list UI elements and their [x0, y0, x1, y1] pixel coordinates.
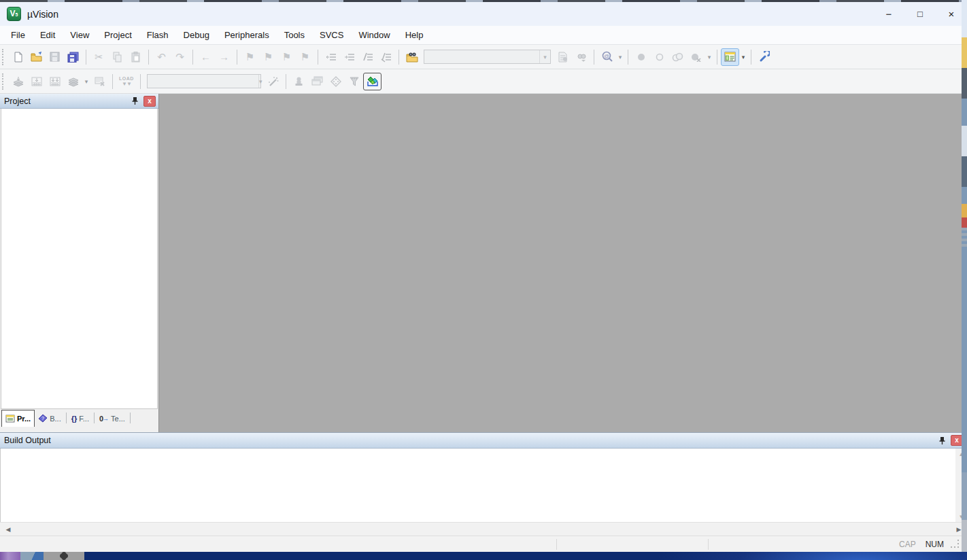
new-file-button[interactable]: [9, 48, 27, 66]
cut-icon: ✂: [95, 51, 103, 63]
tab-project[interactable]: Pr...: [1, 410, 35, 427]
taskbar-settings-icon[interactable]: [44, 552, 84, 560]
unindent-button[interactable]: [322, 48, 340, 66]
tab-functions[interactable]: {} F...: [68, 410, 92, 427]
rebuild-button[interactable]: [46, 73, 64, 90]
comment-button[interactable]: [358, 48, 377, 66]
batch-build-button[interactable]: [64, 73, 82, 90]
uncomment-button[interactable]: [377, 48, 395, 66]
find-document-button[interactable]: [554, 48, 572, 66]
menu-svcs[interactable]: SVCS: [313, 27, 350, 43]
target-select-input[interactable]: [148, 75, 258, 88]
target-dropdown-icon[interactable]: ▾: [258, 75, 262, 88]
taskbar-app-icon[interactable]: [0, 552, 20, 560]
maximize-button[interactable]: □: [904, 2, 936, 26]
cut-button[interactable]: ✂: [90, 48, 108, 66]
bookmark-prev-icon: ⚑: [264, 51, 273, 63]
manage-books-button[interactable]: [345, 73, 363, 90]
toolbar-grip[interactable]: [2, 49, 7, 65]
build-output-text[interactable]: [0, 449, 955, 522]
breakpoint-icon: [637, 52, 646, 62]
open-file-button[interactable]: [27, 48, 46, 66]
redo-button[interactable]: ↷: [171, 48, 189, 66]
bookmark-next-icon: ⚑: [282, 51, 291, 63]
symbol-browser-button[interactable]: @: [598, 48, 616, 66]
menu-tools[interactable]: Tools: [277, 27, 311, 43]
tab-templates[interactable]: 0→ Te...: [96, 410, 129, 427]
menu-project[interactable]: Project: [97, 27, 138, 43]
menu-view[interactable]: View: [63, 27, 96, 43]
disable-all-breakpoints-button[interactable]: [668, 48, 687, 66]
target-combobox[interactable]: ▾: [147, 74, 261, 88]
menu-window[interactable]: Window: [352, 27, 396, 43]
undo-button[interactable]: ↶: [152, 48, 171, 66]
build-button[interactable]: [27, 73, 46, 90]
build-output-hscrollbar[interactable]: ◀ ▶: [0, 522, 967, 536]
manage-rte-button[interactable]: [363, 73, 381, 90]
build-output-close-icon: x: [955, 437, 959, 444]
wrench-icon: [758, 51, 770, 63]
indent-icon: [344, 52, 355, 63]
project-tree[interactable]: [1, 109, 158, 409]
batch-build-dropdown-icon[interactable]: ▾: [82, 73, 90, 90]
taskbar-app-icon[interactable]: [20, 552, 44, 560]
file-extensions-button[interactable]: [290, 73, 308, 90]
save-all-button[interactable]: [64, 48, 82, 66]
search-input[interactable]: [424, 50, 539, 63]
editor-workspace[interactable]: [159, 94, 967, 432]
manage-multiproject-button[interactable]: [308, 73, 326, 90]
magic-wand-icon: [267, 76, 279, 87]
uvision-window: V5 µVision − □ × File Edit View Project …: [0, 0, 967, 560]
navigate-forward-button[interactable]: →: [215, 48, 233, 66]
symbol-browser-dropdown-icon[interactable]: ▾: [616, 48, 624, 66]
project-panel-header: Project x: [0, 94, 158, 109]
insert-breakpoint-button[interactable]: [632, 48, 650, 66]
manage-components-button[interactable]: [326, 73, 345, 90]
configure-button[interactable]: [755, 48, 773, 66]
menu-help[interactable]: Help: [398, 27, 430, 43]
indent-button[interactable]: [340, 48, 358, 66]
incremental-find-button[interactable]: [572, 48, 590, 66]
minimize-button[interactable]: −: [873, 2, 904, 26]
build-output-pin-button[interactable]: [936, 434, 948, 447]
tab-books[interactable]: ? B...: [35, 410, 65, 427]
clear-bookmarks-button[interactable]: ⚑: [296, 48, 314, 66]
target-options-button[interactable]: [264, 73, 282, 90]
menu-edit[interactable]: Edit: [33, 27, 62, 43]
kill-all-breakpoints-button[interactable]: [687, 48, 705, 66]
menu-peripherals[interactable]: Peripherals: [218, 27, 276, 43]
navigate-back-button[interactable]: ←: [197, 48, 215, 66]
project-windows-button[interactable]: [721, 48, 739, 66]
stop-build-button[interactable]: [90, 73, 109, 90]
copy-button[interactable]: [108, 48, 126, 66]
unindent-icon: [326, 52, 337, 63]
project-pin-button[interactable]: [129, 95, 141, 107]
toggle-bookmark-button[interactable]: ⚑: [241, 48, 259, 66]
build-icon: [31, 76, 43, 87]
batch-build-icon: [67, 76, 80, 87]
open-folder-icon: [31, 52, 42, 63]
find-in-files-button[interactable]: [403, 48, 421, 66]
menu-file[interactable]: File: [4, 27, 32, 43]
breakpoint-kill-all-icon: [690, 52, 702, 62]
search-dropdown-icon[interactable]: ▾: [539, 50, 550, 63]
build-toolbar-grip[interactable]: [2, 73, 7, 90]
translate-button[interactable]: [9, 73, 27, 90]
download-flash-button[interactable]: LOAD ▼▼: [116, 72, 137, 90]
project-close-button[interactable]: x: [143, 96, 156, 107]
scroll-left-icon[interactable]: ◀: [3, 526, 14, 533]
prev-bookmark-button[interactable]: ⚑: [259, 48, 277, 66]
menu-flash[interactable]: Flash: [140, 27, 175, 43]
breakpoints-dropdown-icon[interactable]: ▾: [705, 48, 713, 66]
menu-debug[interactable]: Debug: [177, 27, 216, 43]
search-combobox[interactable]: ▾: [424, 50, 551, 64]
save-button[interactable]: [46, 48, 64, 66]
project-windows-dropdown-icon[interactable]: ▾: [739, 48, 747, 66]
next-bookmark-button[interactable]: ⚑: [277, 48, 296, 66]
toolbar-build: ▾ LOAD ▼▼ ▾: [0, 69, 967, 94]
back-arrow-icon: ←: [201, 51, 211, 63]
paste-button[interactable]: [126, 48, 145, 66]
project-panel-tabs: Pr... ? B... {} F... 0→ Te...: [0, 409, 158, 428]
enable-breakpoint-button[interactable]: [650, 48, 668, 66]
resize-grip[interactable]: [951, 540, 960, 549]
